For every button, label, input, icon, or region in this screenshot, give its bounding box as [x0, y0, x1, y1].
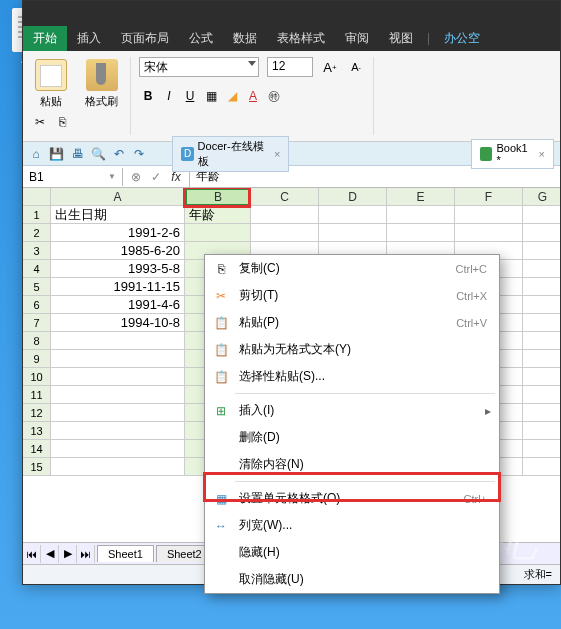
ctx-insert[interactable]: ⊞插入(I) [205, 397, 499, 424]
underline-button[interactable]: U [181, 87, 199, 105]
bold-button[interactable]: B [139, 87, 157, 105]
cell[interactable] [523, 278, 560, 296]
cell[interactable] [51, 404, 185, 422]
cell[interactable] [51, 368, 185, 386]
sheet-nav-prev[interactable]: ◀ [41, 545, 59, 563]
row-header[interactable]: 2 [23, 224, 51, 242]
cell-a6[interactable]: 1991-4-6 [51, 296, 185, 314]
cell-a2[interactable]: 1991-2-6 [51, 224, 185, 242]
cell[interactable] [523, 440, 560, 458]
row-header[interactable]: 8 [23, 332, 51, 350]
row-header[interactable]: 14 [23, 440, 51, 458]
row-header[interactable]: 1 [23, 206, 51, 224]
print-icon[interactable]: 🖶 [70, 146, 84, 162]
cell[interactable] [51, 458, 185, 476]
col-header-d[interactable]: D [319, 188, 387, 206]
row-header[interactable]: 15 [23, 458, 51, 476]
cell-a4[interactable]: 1993-5-8 [51, 260, 185, 278]
row-header[interactable]: 13 [23, 422, 51, 440]
font-name-select[interactable]: 宋体 [139, 57, 259, 77]
ctx-copy[interactable]: ⎘复制(C)Ctrl+C [205, 255, 499, 282]
col-header-g[interactable]: G [523, 188, 560, 206]
font-size-select[interactable]: 12 [267, 57, 313, 77]
redo-icon[interactable]: ↷ [132, 146, 146, 162]
cell[interactable] [523, 314, 560, 332]
menu-insert[interactable]: 插入 [67, 26, 111, 51]
cell[interactable] [523, 332, 560, 350]
home-icon[interactable]: ⌂ [29, 146, 43, 162]
shrink-font-button[interactable]: A- [347, 58, 365, 76]
cell[interactable] [387, 206, 455, 224]
ctx-paste-special[interactable]: 📋选择性粘贴(S)... [205, 363, 499, 390]
cell[interactable] [523, 404, 560, 422]
cell[interactable] [455, 206, 523, 224]
ruby-button[interactable]: ㊕ [265, 87, 283, 105]
cell-b2[interactable] [185, 224, 251, 242]
row-header[interactable]: 4 [23, 260, 51, 278]
close-tab-book1[interactable]: × [539, 148, 545, 160]
preview-icon[interactable]: 🔍 [91, 146, 106, 162]
row-header[interactable]: 5 [23, 278, 51, 296]
cell-a5[interactable]: 1991-11-15 [51, 278, 185, 296]
cell-a7[interactable]: 1994-10-8 [51, 314, 185, 332]
row-header[interactable]: 11 [23, 386, 51, 404]
cell-a1[interactable]: 出生日期 [51, 206, 185, 224]
fx-button[interactable]: fx [167, 170, 185, 184]
ctx-paste-text[interactable]: 📋粘贴为无格式文本(Y) [205, 336, 499, 363]
cell[interactable] [523, 206, 560, 224]
cell[interactable] [523, 386, 560, 404]
col-header-c[interactable]: C [251, 188, 319, 206]
cell[interactable] [319, 224, 387, 242]
cell[interactable] [51, 440, 185, 458]
row-header[interactable]: 9 [23, 350, 51, 368]
italic-button[interactable]: I [160, 87, 178, 105]
menu-data[interactable]: 数据 [223, 26, 267, 51]
row-header[interactable]: 3 [23, 242, 51, 260]
row-header[interactable]: 6 [23, 296, 51, 314]
grow-font-button[interactable]: A+ [321, 58, 339, 76]
fill-color-button[interactable]: ◢ [223, 87, 241, 105]
col-header-b[interactable]: B [185, 188, 251, 206]
fx-enter-icon[interactable]: ✓ [147, 170, 165, 184]
window-titlebar[interactable] [23, 1, 560, 25]
ctx-delete[interactable]: 删除(D) [205, 424, 499, 451]
menu-table-style[interactable]: 表格样式 [267, 26, 335, 51]
cell[interactable] [523, 242, 560, 260]
sheet-nav-last[interactable]: ⏭ [77, 545, 95, 563]
menu-start[interactable]: 开始 [23, 26, 67, 51]
menu-office[interactable]: 办公空 [434, 26, 490, 51]
menu-review[interactable]: 审阅 [335, 26, 379, 51]
ctx-cut[interactable]: ✂剪切(T)Ctrl+X [205, 282, 499, 309]
cell[interactable] [251, 206, 319, 224]
cell[interactable] [523, 224, 560, 242]
sheet-nav-next[interactable]: ▶ [59, 545, 77, 563]
row-header[interactable]: 12 [23, 404, 51, 422]
save-icon[interactable]: 💾 [49, 146, 64, 162]
paste-button[interactable]: 粘贴 [31, 57, 71, 111]
cut-icon[interactable]: ✂ [31, 113, 49, 131]
undo-icon[interactable]: ↶ [112, 146, 126, 162]
cell-b1[interactable]: 年龄 [185, 206, 251, 224]
cell[interactable] [455, 224, 523, 242]
cell[interactable] [51, 332, 185, 350]
close-tab-docer[interactable]: × [274, 148, 280, 160]
col-header-f[interactable]: F [455, 188, 523, 206]
cell[interactable] [523, 368, 560, 386]
cell[interactable] [523, 458, 560, 476]
row-header[interactable]: 7 [23, 314, 51, 332]
sheet-nav-first[interactable]: ⏮ [23, 545, 41, 563]
sheet-tab-1[interactable]: Sheet1 [97, 545, 154, 562]
ctx-unhide[interactable]: 取消隐藏(U) [205, 566, 499, 593]
tab-book1[interactable]: Book1 * × [471, 139, 554, 169]
ctx-col-width[interactable]: ↔列宽(W)... [205, 512, 499, 539]
cell[interactable] [523, 260, 560, 278]
border-button[interactable]: ▦ [202, 87, 220, 105]
cell[interactable] [319, 206, 387, 224]
tab-docer[interactable]: D Docer-在线模板 × [172, 136, 289, 172]
ctx-format-cells[interactable]: ▦设置单元格格式(O)...Ctrl+ [205, 485, 499, 512]
cell[interactable] [51, 386, 185, 404]
select-all-corner[interactable] [23, 188, 51, 206]
cell[interactable] [523, 350, 560, 368]
ctx-paste[interactable]: 📋粘贴(P)Ctrl+V [205, 309, 499, 336]
col-header-e[interactable]: E [387, 188, 455, 206]
